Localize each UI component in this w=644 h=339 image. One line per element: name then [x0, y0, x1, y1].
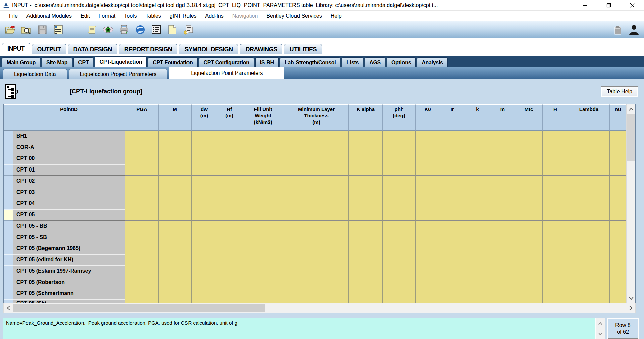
data-cell[interactable]: [349, 277, 383, 288]
data-cell[interactable]: [125, 299, 159, 303]
data-cell[interactable]: [465, 277, 490, 288]
data-cell[interactable]: [416, 164, 440, 176]
group-tab[interactable]: Lab-Strength/Consol: [280, 57, 341, 67]
data-cell[interactable]: [465, 142, 490, 153]
table-help-button[interactable]: Table Help: [601, 86, 638, 97]
data-cell[interactable]: [568, 265, 610, 277]
data-cell[interactable]: [217, 153, 242, 164]
data-cell[interactable]: [125, 153, 159, 164]
data-cell[interactable]: [242, 142, 284, 153]
data-cell[interactable]: [440, 221, 465, 232]
scroll-right-button[interactable]: [626, 303, 635, 313]
data-cell[interactable]: [159, 232, 192, 243]
group-tab[interactable]: IS-BH: [255, 57, 279, 67]
spinner-down-button[interactable]: [596, 329, 605, 339]
data-cell[interactable]: [416, 176, 440, 187]
data-cell[interactable]: [242, 153, 284, 164]
data-cell[interactable]: [159, 254, 192, 266]
data-cell[interactable]: [465, 221, 490, 232]
horizontal-scroll-thumb[interactable]: [13, 304, 265, 312]
pointid-cell[interactable]: CPT 05 - SB: [13, 232, 125, 243]
data-cell[interactable]: [568, 176, 610, 187]
pointid-cell[interactable]: BH1: [13, 131, 125, 142]
data-cell[interactable]: [465, 209, 490, 221]
data-cell[interactable]: [242, 209, 284, 221]
data-cell[interactable]: [610, 232, 626, 243]
menu-item[interactable]: Format: [94, 11, 120, 21]
row-marker[interactable]: [4, 153, 13, 164]
data-cell[interactable]: [490, 176, 515, 187]
data-cell[interactable]: [465, 288, 490, 299]
scroll-down-button[interactable]: [627, 293, 636, 303]
column-header[interactable]: K alpha: [349, 104, 383, 131]
group-tab[interactable]: Analysis: [417, 57, 447, 67]
data-cell[interactable]: [192, 131, 217, 142]
data-cell[interactable]: [568, 131, 610, 142]
pointid-cell[interactable]: CPT 05 (Shi: [13, 299, 125, 303]
data-cell[interactable]: [465, 299, 490, 303]
data-cell[interactable]: [515, 164, 543, 176]
data-cell[interactable]: [217, 176, 242, 187]
data-cell[interactable]: [349, 243, 383, 254]
data-cell[interactable]: [349, 209, 383, 221]
menu-item[interactable]: gINT Rules: [165, 11, 201, 21]
horizontal-scrollbar[interactable]: [3, 303, 636, 313]
data-cell[interactable]: [349, 187, 383, 198]
data-cell[interactable]: [610, 277, 626, 288]
data-cell[interactable]: [610, 164, 626, 176]
data-cell[interactable]: [217, 232, 242, 243]
pointid-cell[interactable]: CPT 00: [13, 153, 125, 164]
data-cell[interactable]: [217, 209, 242, 221]
data-cell[interactable]: [383, 198, 416, 209]
data-cell[interactable]: [490, 153, 515, 164]
data-cell[interactable]: [217, 221, 242, 232]
user-icon[interactable]: [628, 24, 640, 35]
data-cell[interactable]: [515, 243, 543, 254]
data-cell[interactable]: [543, 142, 568, 153]
data-cell[interactable]: [610, 209, 626, 221]
data-cell[interactable]: [383, 131, 416, 142]
data-cell[interactable]: [242, 243, 284, 254]
data-cell[interactable]: [515, 142, 543, 153]
pointid-cell[interactable]: CPT 05: [13, 209, 125, 221]
data-cell[interactable]: [159, 209, 192, 221]
data-cell[interactable]: [125, 142, 159, 153]
data-cell[interactable]: [217, 198, 242, 209]
data-cell[interactable]: [440, 164, 465, 176]
data-cell[interactable]: [159, 277, 192, 288]
data-cell[interactable]: [125, 221, 159, 232]
row-marker[interactable]: [4, 299, 13, 303]
data-cell[interactable]: [125, 277, 159, 288]
column-header[interactable]: m: [490, 104, 515, 131]
data-cell[interactable]: [490, 243, 515, 254]
data-cell[interactable]: [440, 142, 465, 153]
column-header[interactable]: dw (m): [192, 104, 217, 131]
data-cell[interactable]: [159, 153, 192, 164]
data-cell[interactable]: [515, 254, 543, 266]
data-cell[interactable]: [284, 176, 349, 187]
data-cell[interactable]: [490, 187, 515, 198]
menu-item[interactable]: Edit: [76, 11, 94, 21]
restore-button[interactable]: [597, 0, 621, 11]
data-cell[interactable]: [125, 254, 159, 266]
close-button[interactable]: [621, 0, 644, 11]
data-cell[interactable]: [383, 265, 416, 277]
table-tab[interactable]: Liquefaction Point Parameters: [169, 67, 284, 79]
data-cell[interactable]: [192, 288, 217, 299]
data-cell[interactable]: [610, 153, 626, 164]
column-header[interactable]: phi' (deg): [383, 104, 416, 131]
data-cell[interactable]: [543, 254, 568, 266]
data-cell[interactable]: [349, 153, 383, 164]
data-cell[interactable]: [217, 164, 242, 176]
data-cell[interactable]: [159, 243, 192, 254]
preview-icon[interactable]: [102, 24, 114, 35]
data-cell[interactable]: [284, 288, 349, 299]
data-cell[interactable]: [568, 299, 610, 303]
data-cell[interactable]: [349, 232, 383, 243]
row-marker[interactable]: [4, 265, 13, 277]
data-cell[interactable]: [543, 288, 568, 299]
data-cell[interactable]: [217, 265, 242, 277]
data-cell[interactable]: [217, 277, 242, 288]
data-cell[interactable]: [125, 232, 159, 243]
primary-tab[interactable]: REPORT DESIGN: [119, 44, 178, 54]
